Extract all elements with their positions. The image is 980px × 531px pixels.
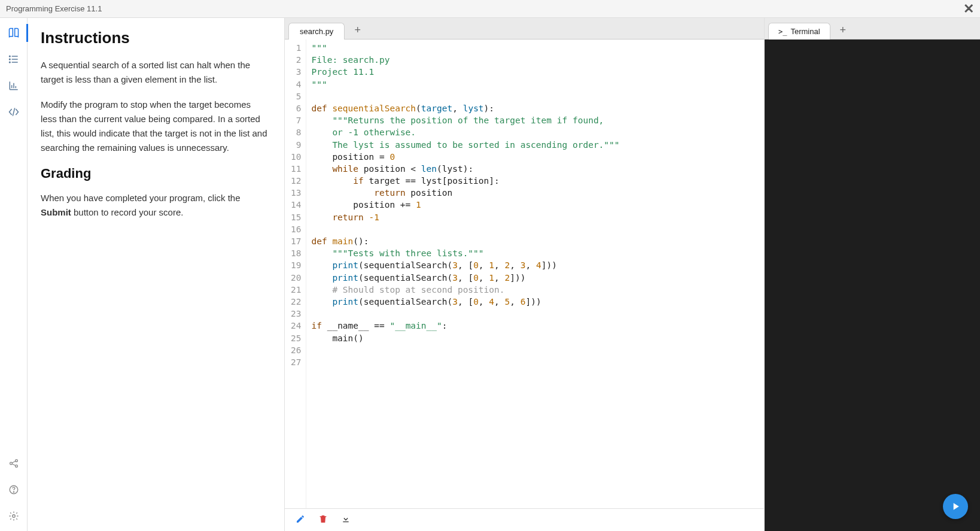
trash-icon[interactable] <box>318 514 328 526</box>
line-gutter: 1234567891011121314151617181920212223242… <box>285 40 306 508</box>
svg-point-4 <box>9 59 10 60</box>
gear-icon[interactable] <box>7 509 20 523</box>
help-icon[interactable] <box>7 483 20 496</box>
window-title: Programming Exercise 11.1 <box>6 4 102 13</box>
svg-line-11 <box>13 108 14 116</box>
editor-toolbar <box>285 508 764 531</box>
pencil-icon[interactable] <box>296 514 305 526</box>
grading-heading: Grading <box>41 166 267 181</box>
terminal-tab-label: Terminal <box>790 27 820 36</box>
chart-icon[interactable] <box>7 79 20 92</box>
svg-line-16 <box>12 464 16 466</box>
instructions-paragraph-1: A sequential search of a sorted list can… <box>41 58 267 87</box>
grading-paragraph: When you have completed your program, cl… <box>41 191 267 220</box>
svg-point-19 <box>12 515 15 518</box>
editor-tab-bar: search.py + <box>285 18 764 40</box>
code-editor[interactable]: 1234567891011121314151617181920212223242… <box>285 40 764 508</box>
add-tab-button[interactable]: + <box>347 21 368 39</box>
svg-point-18 <box>13 491 14 492</box>
main-layout: Instructions A sequential search of a so… <box>0 18 980 531</box>
instructions-paragraph-2: Modify the program to stop when the targ… <box>41 98 267 155</box>
title-bar: Programming Exercise 11.1 ✕ <box>0 0 980 18</box>
svg-line-15 <box>12 461 16 463</box>
instructions-panel: Instructions A sequential search of a so… <box>28 18 285 531</box>
list-icon[interactable] <box>7 53 20 66</box>
run-button[interactable] <box>943 494 968 519</box>
left-sidebar <box>0 18 28 531</box>
submit-word: Submit <box>41 207 71 217</box>
terminal-body[interactable] <box>765 40 980 531</box>
editor-column: search.py + 1234567891011121314151617181… <box>285 18 765 531</box>
terminal-prompt-icon: >_ <box>778 28 787 36</box>
instructions-heading: Instructions <box>41 29 267 47</box>
terminal-tab[interactable]: >_ Terminal <box>768 23 830 40</box>
book-icon[interactable] <box>7 26 20 40</box>
add-terminal-button[interactable]: + <box>833 21 854 39</box>
code-icon[interactable] <box>7 105 20 119</box>
code-area[interactable]: """File: search.pyProject 11.1"""def seq… <box>306 40 764 508</box>
close-icon[interactable]: ✕ <box>963 2 974 16</box>
terminal-column: >_ Terminal + <box>765 18 980 531</box>
file-tab[interactable]: search.py <box>288 23 345 40</box>
svg-point-3 <box>9 56 10 57</box>
terminal-tab-bar: >_ Terminal + <box>765 18 980 40</box>
download-icon[interactable] <box>341 514 351 526</box>
svg-point-5 <box>9 62 10 63</box>
share-icon[interactable] <box>7 457 20 470</box>
